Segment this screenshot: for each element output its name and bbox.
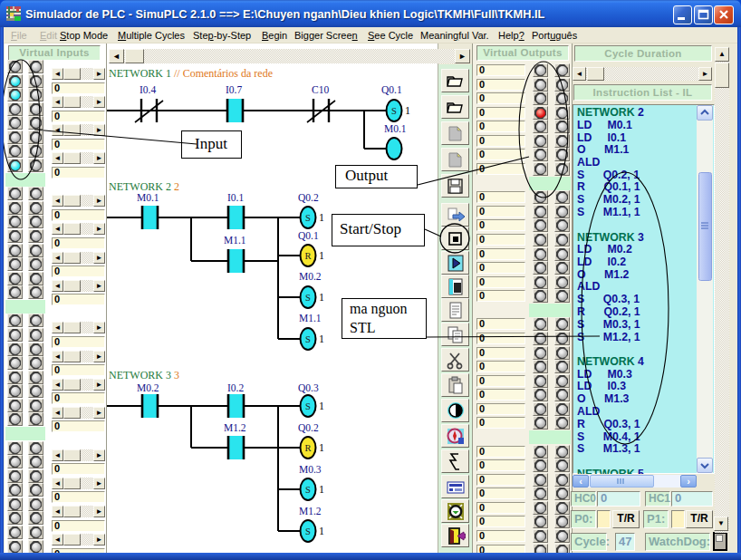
svg-text:1: 1 bbox=[319, 441, 324, 454]
svg-text:1: 1 bbox=[319, 291, 324, 304]
svg-text:S: S bbox=[305, 485, 311, 495]
svg-text:1: 1 bbox=[319, 525, 324, 537]
svg-text:1: 1 bbox=[319, 400, 324, 412]
svg-text:1: 1 bbox=[319, 211, 324, 224]
svg-text:S: S bbox=[305, 293, 311, 303]
svg-text:S: S bbox=[305, 213, 311, 223]
svg-text:1: 1 bbox=[319, 333, 324, 345]
svg-text:S: S bbox=[305, 401, 311, 411]
svg-text:R: R bbox=[304, 251, 311, 261]
svg-text:1: 1 bbox=[405, 104, 410, 117]
svg-text:1: 1 bbox=[319, 249, 324, 262]
svg-text:1: 1 bbox=[319, 483, 324, 496]
svg-text:S: S bbox=[391, 106, 397, 116]
svg-text:S: S bbox=[305, 334, 311, 344]
svg-text:S: S bbox=[305, 526, 311, 536]
svg-text:R: R bbox=[304, 443, 311, 453]
